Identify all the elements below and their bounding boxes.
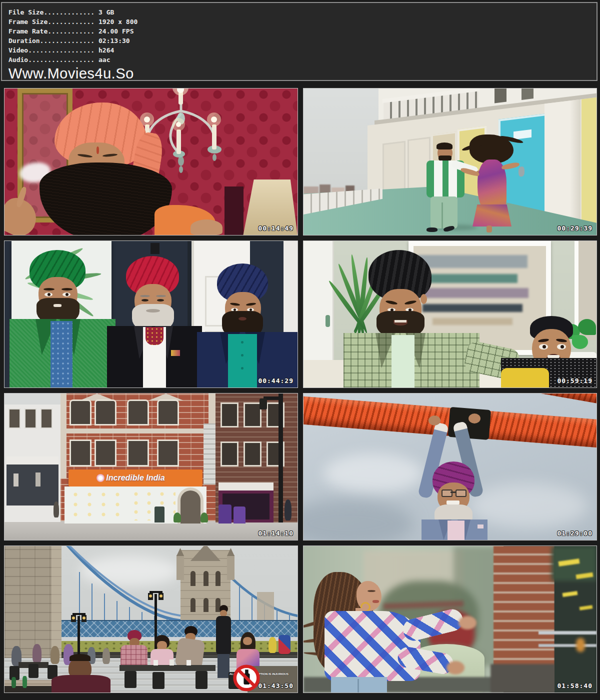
window xyxy=(157,440,179,466)
pupil xyxy=(542,345,546,348)
light-green-shirt xyxy=(392,335,414,388)
shop-window xyxy=(68,490,124,520)
cafe-patron xyxy=(50,646,60,664)
lamp-glow xyxy=(160,594,162,598)
window xyxy=(70,400,92,426)
button xyxy=(241,354,244,356)
mannequin xyxy=(14,474,18,486)
incredible-india-sign: Incredible India xyxy=(68,470,202,486)
metal-chair xyxy=(124,671,136,688)
grinning-teeth xyxy=(446,500,460,504)
closed-eye xyxy=(368,590,376,592)
timestamp: 01:58:40 xyxy=(557,682,592,690)
pocket-square xyxy=(171,350,180,356)
eye xyxy=(142,299,148,302)
maroon-shirt xyxy=(52,675,110,692)
man-navy-turban xyxy=(197,261,298,388)
eye xyxy=(157,299,164,302)
meta-line-duration: Duration.............. 02:13:30 xyxy=(8,36,596,46)
screenshot-1: 00:14:49 xyxy=(4,88,298,236)
pink-shirt xyxy=(448,520,464,540)
window xyxy=(220,402,238,428)
meta-line-frame-rate: Frame Rate............ 24.00 FPS xyxy=(8,26,596,36)
lamp-head xyxy=(260,398,267,410)
suit-torso xyxy=(422,520,488,540)
gripping-hand xyxy=(428,416,440,426)
lamp-post xyxy=(78,616,80,655)
yellow-cushion xyxy=(501,368,549,388)
window-slot xyxy=(494,88,506,104)
purple-bin xyxy=(234,506,246,524)
window-slot xyxy=(522,88,534,100)
no-alcohol-icon xyxy=(232,664,260,692)
lamp-glow xyxy=(149,594,152,598)
distant-modern-building xyxy=(204,424,216,484)
mustache xyxy=(146,309,160,312)
shop-glass xyxy=(6,464,58,506)
button xyxy=(241,341,244,344)
tower-window xyxy=(216,571,220,586)
topiary xyxy=(174,512,181,522)
railing xyxy=(538,631,596,634)
pocket-square xyxy=(478,524,484,528)
jeans xyxy=(218,654,230,678)
lamp-glow xyxy=(82,616,86,620)
teeth xyxy=(54,304,62,307)
pillar-base xyxy=(490,664,558,692)
paisley-cravat xyxy=(146,327,164,345)
meta-line-frame-size: Frame Size............ 1920 x 800 xyxy=(8,17,596,26)
maroon-turban-man xyxy=(120,630,148,670)
screenshot-6: 01:29:00 xyxy=(303,393,597,540)
lips xyxy=(372,600,379,603)
glasses-lens xyxy=(456,490,466,497)
figure-reflection xyxy=(576,638,585,652)
window xyxy=(94,440,116,466)
hand-right xyxy=(190,220,222,235)
mint-trousers xyxy=(430,196,458,228)
green-bin xyxy=(154,506,164,522)
screenshot-3: 00:44:29 xyxy=(4,240,298,388)
tower-window xyxy=(204,571,208,586)
timestamp: 00:59:19 xyxy=(557,377,592,384)
purple-bin xyxy=(218,504,232,524)
pedestrian xyxy=(284,500,292,520)
mannequin xyxy=(36,472,40,486)
turret xyxy=(227,555,234,580)
leg xyxy=(486,226,492,232)
pipe-collar xyxy=(448,407,491,440)
metal-chair xyxy=(196,671,208,689)
cloud xyxy=(324,454,424,494)
window xyxy=(40,408,52,428)
window xyxy=(94,400,116,426)
sign-text: Incredible India xyxy=(106,474,164,482)
standing-waiter xyxy=(214,605,232,678)
eyebrow xyxy=(62,288,72,290)
media-info-sheet: File Size............. 3 GB Frame Size..… xyxy=(0,0,600,700)
lamp-glow xyxy=(72,616,75,620)
window xyxy=(24,408,36,428)
screenshot-5: Incredible India xyxy=(4,393,298,540)
timestamp: 00:14:49 xyxy=(258,224,294,232)
screenshot-2: 00:29:39 xyxy=(303,88,597,236)
dress-skirt xyxy=(472,204,512,226)
screenshot-4: 00:59:19 xyxy=(303,240,597,388)
stone-arch xyxy=(178,488,204,524)
door-yellow-right xyxy=(582,98,596,230)
man-red-turban xyxy=(107,251,202,388)
black-vest xyxy=(216,616,231,655)
tower-window xyxy=(190,571,196,586)
dancing-woman xyxy=(464,134,520,232)
timestamp: 00:29:39 xyxy=(557,224,592,232)
shop-window xyxy=(130,490,176,520)
face xyxy=(243,637,252,645)
gray-eyebrow xyxy=(140,295,150,297)
white-building xyxy=(4,404,60,522)
metadata-panel: File Size............. 3 GB Frame Size..… xyxy=(1,2,598,81)
meta-line-file-size: File Size............. 3 GB xyxy=(8,8,596,17)
watermark: Www.Movies4u.So xyxy=(8,66,596,82)
timestamp: 00:44:29 xyxy=(258,377,294,384)
window xyxy=(220,442,238,466)
meta-line-video: Video................. h264 xyxy=(8,46,596,55)
ear xyxy=(420,294,427,304)
shop-fascia xyxy=(6,456,58,464)
